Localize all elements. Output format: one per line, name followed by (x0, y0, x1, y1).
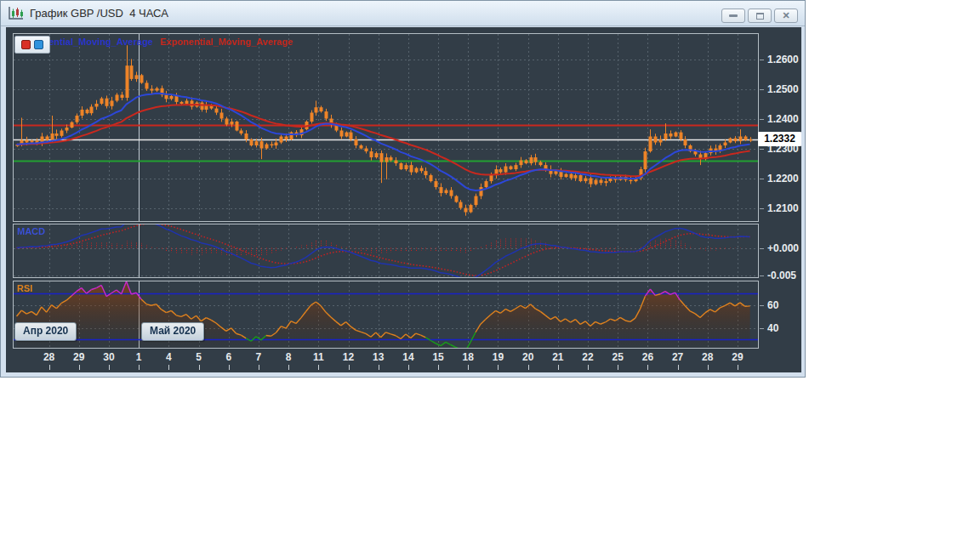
date-label: 28 (697, 351, 719, 363)
time-axis: 2829301456781112131415181920212225262728… (14, 349, 758, 372)
legend-ema-slow-label: Exponential_Moving_Average (160, 37, 293, 47)
date-tick-mark (168, 365, 169, 370)
date-tick-mark (199, 365, 200, 370)
date-tick-mark (438, 365, 439, 370)
window-titlebar[interactable]: График GBP /USD 4 ЧАСА ✕ (1, 1, 805, 26)
rsi-canvas[interactable] (14, 281, 758, 348)
chart-content: ential_Moving_Average Exponential_Moving… (6, 27, 801, 372)
legend-ema-fast-label: ential_Moving_Average (48, 37, 152, 47)
price-tick-mark (760, 208, 764, 209)
price-tick-label: 1.2200 (767, 173, 799, 185)
macd-tick-label: -0.005 (767, 270, 796, 281)
date-label: 5 (188, 351, 210, 363)
rsi-panel (13, 281, 759, 349)
date-tick-mark (498, 365, 499, 370)
date-tick-mark (229, 365, 230, 370)
date-label: 25 (607, 351, 629, 363)
macd-tick-label: +0.000 (767, 242, 799, 254)
main-chart-canvas[interactable] (14, 34, 758, 221)
date-label: 20 (517, 351, 539, 363)
date-label: 13 (368, 351, 390, 363)
date-label: 4 (157, 351, 179, 363)
date-tick-mark (139, 365, 140, 370)
chart-window: График GBP /USD 4 ЧАСА ✕ entia (0, 0, 806, 378)
price-tick-label: 1.2400 (767, 113, 799, 125)
month-button-may-2020[interactable]: Май 2020 (141, 322, 204, 341)
rsi-tick-label: 40 (767, 322, 778, 334)
rsi-tick-label: 60 (767, 299, 778, 311)
date-label: 6 (218, 351, 240, 363)
date-tick-mark (379, 365, 379, 370)
date-label: 30 (98, 351, 120, 363)
date-label: 21 (547, 351, 569, 363)
month-button-apr-2020[interactable]: Апр 2020 (14, 322, 77, 341)
date-label: 27 (667, 351, 689, 363)
restore-button[interactable] (748, 9, 772, 23)
price-tick-mark (760, 119, 764, 120)
date-tick-mark (79, 365, 80, 370)
date-label: 29 (68, 351, 90, 363)
price-tick-mark (760, 60, 764, 60)
date-tick-mark (558, 365, 559, 370)
date-label: 19 (487, 351, 509, 363)
indicator-legend: ential_Moving_Average Exponential_Moving… (48, 37, 293, 47)
date-label: 14 (397, 351, 419, 363)
date-tick-mark (708, 365, 709, 370)
date-tick-mark (468, 365, 469, 370)
date-tick-mark (349, 365, 350, 370)
date-label: 18 (457, 351, 479, 363)
rsi-tick-mark (760, 328, 764, 329)
macd-tick-mark (760, 276, 764, 276)
date-tick-mark (647, 365, 648, 370)
rsi-tick-mark (760, 305, 764, 306)
date-tick-mark (678, 365, 679, 370)
macd-tick-mark (760, 248, 764, 249)
macd-canvas[interactable] (14, 224, 758, 277)
window-controls: ✕ (719, 9, 798, 23)
desktop: График GBP /USD 4 ЧАСА ✕ entia (0, 0, 980, 551)
current-price-badge: 1.2332 (758, 132, 801, 146)
date-tick-mark (408, 365, 409, 370)
minimize-icon (729, 14, 738, 17)
date-tick-mark (738, 365, 738, 370)
date-label: 12 (338, 351, 360, 363)
date-label: 8 (277, 351, 299, 363)
restore-icon (756, 13, 764, 20)
date-tick-mark (259, 365, 259, 370)
main-price-panel (13, 33, 759, 222)
indicator-toggle-box (14, 36, 50, 54)
price-tick-mark (760, 149, 764, 150)
price-tick-label: 1.2500 (767, 83, 799, 95)
date-tick-mark (318, 365, 319, 370)
price-tick-mark (760, 179, 764, 179)
blue-indicator-swatch[interactable] (34, 40, 43, 49)
price-tick-mark (760, 89, 764, 90)
chart-window-icon (8, 6, 25, 21)
price-tick-label: 1.2100 (767, 202, 799, 214)
macd-panel (13, 224, 759, 278)
close-icon: ✕ (782, 11, 789, 20)
close-button[interactable]: ✕ (774, 9, 798, 23)
rsi-panel-label: RSI (17, 283, 32, 293)
red-indicator-swatch[interactable] (21, 40, 31, 49)
window-title: График GBP /USD 4 ЧАСА (30, 7, 168, 20)
date-tick-mark (288, 365, 289, 370)
macd-panel-label: MACD (17, 226, 45, 236)
date-tick-mark (109, 365, 110, 370)
price-axis-gutter: 1.26001.25001.24001.23001.22001.2100+0.0… (760, 27, 801, 349)
date-label: 26 (636, 351, 658, 363)
date-label: 15 (427, 351, 449, 363)
price-tick-label: 1.2600 (767, 54, 799, 65)
date-label: 22 (577, 351, 599, 363)
date-tick-mark (588, 365, 589, 370)
date-label: 1 (128, 351, 150, 363)
date-label: 28 (38, 351, 60, 363)
date-label: 11 (307, 351, 329, 363)
date-tick-mark (618, 365, 618, 370)
date-tick-mark (528, 365, 529, 370)
date-label: 7 (248, 351, 270, 363)
date-label: 29 (726, 351, 749, 363)
minimize-button[interactable] (721, 9, 745, 23)
date-tick-mark (49, 365, 50, 370)
